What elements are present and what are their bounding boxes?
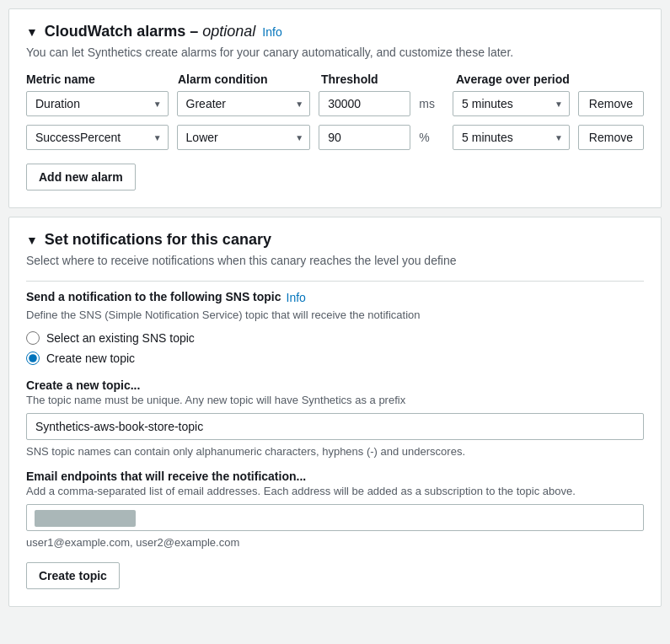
radio-new-topic[interactable]: Create new topic	[26, 352, 644, 365]
threshold-wrap-2	[319, 125, 410, 150]
create-topic-form: Create a new topic... The topic name mus…	[26, 378, 644, 589]
metric-select-1[interactable]: Duration SuccessPercent	[26, 91, 169, 116]
avg-period-select-wrap-2: 1 minute 5 minutes 10 minutes 15 minutes…	[453, 125, 570, 150]
average-over-period-label: Average over period	[456, 72, 574, 86]
unit-label-1: ms	[419, 97, 444, 110]
condition-select-wrap-1: Greater Lower Equal ▼	[177, 91, 311, 116]
alarm-row-1: Duration SuccessPercent ▼ Greater Lower …	[26, 91, 644, 116]
condition-select-1[interactable]: Greater Lower Equal	[177, 91, 311, 116]
notif-section-title: Set notifications for this canary	[45, 231, 271, 249]
condition-select-wrap-2: Greater Lower Equal ▼	[177, 125, 311, 150]
radio-existing-label: Select an existing SNS topic	[46, 331, 195, 345]
email-input[interactable]	[26, 504, 644, 531]
remove-alarm-1-button[interactable]: Remove	[578, 91, 644, 116]
unit-label-2: %	[419, 131, 444, 144]
email-endpoints-title: Email endpoints that will receive the no…	[26, 470, 644, 483]
radio-existing-topic[interactable]: Select an existing SNS topic	[26, 331, 644, 345]
avg-period-select-wrap-1: 1 minute 5 minutes 10 minutes 15 minutes…	[453, 91, 570, 116]
section-header: ▼ CloudWatch alarms – optional Info	[26, 23, 644, 40]
topic-name-hint: SNS topic names can contain only alphanu…	[26, 445, 644, 458]
cloudwatch-info-link[interactable]: Info	[262, 25, 281, 39]
alarm-row-2: Duration SuccessPercent ▼ Greater Lower …	[26, 125, 644, 150]
threshold-input-1[interactable]	[319, 91, 410, 116]
create-topic-desc: The topic name must be unique. Any new t…	[26, 394, 644, 406]
alarm-condition-label: Alarm condition	[178, 72, 313, 86]
email-hint: user1@example.com, user2@example.com	[26, 536, 644, 549]
sns-label: Send a notification to the following SNS…	[26, 290, 281, 303]
avg-period-select-1[interactable]: 1 minute 5 minutes 10 minutes 15 minutes	[453, 91, 570, 116]
metric-select-2[interactable]: Duration SuccessPercent	[26, 125, 169, 150]
create-topic-button[interactable]: Create topic	[26, 562, 120, 589]
sns-desc: Define the SNS (Simple Notification Serv…	[26, 309, 644, 321]
metric-select-wrap-1: Duration SuccessPercent ▼	[26, 91, 169, 116]
notif-section-desc: Select where to receive notifications wh…	[26, 254, 644, 267]
cloudwatch-desc: You can let Synthetics create alarms for…	[26, 46, 644, 59]
sns-label-row: Send a notification to the following SNS…	[26, 290, 644, 305]
create-topic-title: Create a new topic...	[26, 378, 644, 392]
section-title-italic: optional	[202, 23, 255, 40]
email-endpoints-desc: Add a comma-separated list of email addr…	[26, 485, 644, 497]
radio-new-input[interactable]	[26, 352, 40, 365]
notifications-section: ▼ Set notifications for this canary Sele…	[8, 217, 662, 607]
metric-select-wrap-2: Duration SuccessPercent ▼	[26, 125, 169, 150]
add-new-alarm-button[interactable]: Add new alarm	[26, 164, 136, 191]
remove-alarm-2-button[interactable]: Remove	[578, 125, 644, 150]
threshold-input-2[interactable]	[319, 125, 410, 150]
alarm-column-labels: Metric name Alarm condition Threshold Av…	[26, 72, 644, 86]
radio-new-label: Create new topic	[46, 352, 135, 365]
email-input-wrap	[26, 504, 644, 531]
notif-collapse-arrow[interactable]: ▼	[26, 233, 38, 247]
threshold-label: Threshold	[321, 72, 414, 86]
collapse-arrow[interactable]: ▼	[26, 25, 38, 39]
radio-existing-input[interactable]	[26, 331, 40, 345]
avg-period-select-2[interactable]: 1 minute 5 minutes 10 minutes 15 minutes	[453, 125, 570, 150]
sns-radio-group: Select an existing SNS topic Create new …	[26, 331, 644, 365]
topic-name-input[interactable]	[26, 413, 644, 440]
threshold-wrap-1	[319, 91, 410, 116]
notif-section-header: ▼ Set notifications for this canary	[26, 231, 644, 249]
condition-select-2[interactable]: Greater Lower Equal	[177, 125, 311, 150]
cloudwatch-alarms-section: ▼ CloudWatch alarms – optional Info You …	[8, 8, 662, 208]
section-title-text: CloudWatch alarms –	[45, 23, 198, 40]
sns-info-link[interactable]: Info	[287, 291, 306, 304]
section-title: CloudWatch alarms – optional	[45, 23, 255, 40]
notif-divider	[26, 281, 644, 282]
metric-name-label: Metric name	[26, 72, 169, 86]
